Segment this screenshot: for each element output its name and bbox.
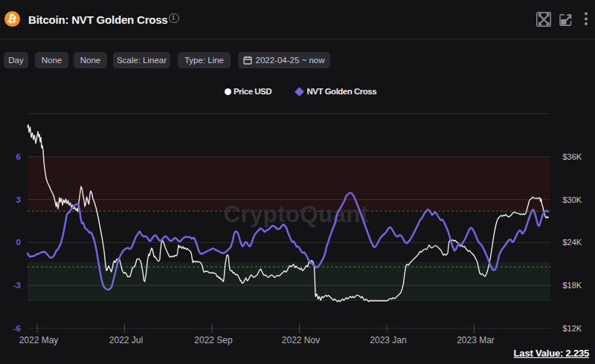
svg-text:3: 3	[16, 195, 21, 204]
svg-text:$24K: $24K	[563, 238, 582, 247]
svg-text:-3: -3	[13, 281, 21, 290]
svg-text:2022 Nov: 2022 Nov	[282, 335, 320, 345]
svg-text:$30K: $30K	[563, 195, 582, 204]
svg-text:2022 May: 2022 May	[19, 335, 59, 345]
svg-text:6: 6	[16, 152, 21, 161]
svg-text:2022 Jul: 2022 Jul	[109, 335, 143, 345]
svg-text:$12K: $12K	[563, 324, 582, 333]
svg-text:$18K: $18K	[563, 281, 582, 290]
svg-text:2023 Mar: 2023 Mar	[457, 335, 495, 345]
svg-text:CryptoQuant: CryptoQuant	[224, 201, 369, 227]
svg-text:2023 Jan: 2023 Jan	[370, 335, 406, 345]
svg-text:-6: -6	[13, 324, 21, 333]
svg-text:0: 0	[16, 238, 21, 247]
svg-text:2022 Sep: 2022 Sep	[194, 335, 233, 345]
svg-text:$36K: $36K	[563, 152, 582, 161]
